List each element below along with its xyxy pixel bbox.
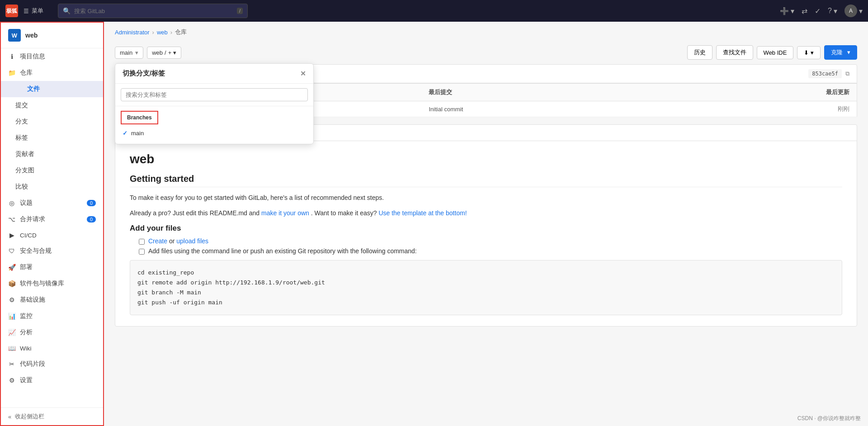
sidebar-item-packages[interactable]: 📦 软件包与镜像库 xyxy=(1,275,103,292)
commit-hash: 853cae5f xyxy=(808,69,842,78)
question-icon: ? xyxy=(828,7,832,15)
analytics-icon: 📈 xyxy=(8,329,15,336)
user-caret: ▾ xyxy=(859,7,863,15)
sidebar-item-commits[interactable]: 提交 xyxy=(1,97,103,114)
breadcrumb-web[interactable]: web xyxy=(157,29,168,36)
global-search[interactable]: 🔍 / xyxy=(58,4,248,18)
sidebar-item-deploy[interactable]: 🚀 部署 xyxy=(1,259,103,275)
readme-para2-mid: . Want to make it easy? xyxy=(311,209,379,217)
copy-hash-button[interactable]: ⧉ xyxy=(845,70,849,77)
topnav: 极狐 ☰ 菜单 🔍 / ➕ ▾ ⇄ ✓ ? ▾ A ▾ xyxy=(0,0,868,22)
sidebar-label-merge-requests: 合并请求 xyxy=(20,215,45,223)
sidebar-item-repository[interactable]: 📁 仓库 xyxy=(1,65,103,81)
menu-button[interactable]: ☰ 菜单 xyxy=(24,7,43,15)
branch-name: main xyxy=(120,49,132,56)
sidebar-item-project-info[interactable]: ℹ 项目信息 xyxy=(1,48,103,65)
sidebar-item-cicd[interactable]: ▶ CI/CD xyxy=(1,227,103,243)
sidebar-item-monitor[interactable]: 📊 监控 xyxy=(1,308,103,324)
settings-icon: ⚙ xyxy=(8,377,15,384)
sidebar-label-packages: 软件包与镜像库 xyxy=(20,279,64,288)
wiki-icon: 📖 xyxy=(8,345,15,352)
packages-icon: 📦 xyxy=(8,280,15,287)
merge-icon: ⌥ xyxy=(8,216,15,223)
sidebar-label-settings: 设置 xyxy=(20,376,33,384)
clone-label: 克隆 xyxy=(831,49,843,56)
sidebar-item-compare[interactable]: 比较 xyxy=(1,179,103,195)
create-button[interactable]: ➕ ▾ xyxy=(780,7,794,15)
project-header[interactable]: W web xyxy=(1,23,103,48)
toolbar-actions: 历史 查找文件 Web IDE ⬇ ▾ 克隆 ▾ xyxy=(687,45,857,60)
sidebar-item-files[interactable]: 文件 xyxy=(1,81,103,97)
download-caret: ▾ xyxy=(811,49,814,56)
clone-button[interactable]: 克隆 ▾ xyxy=(824,45,857,60)
plus-icon: ➕ xyxy=(780,7,789,15)
help-caret: ▾ xyxy=(834,7,837,15)
project-name: web xyxy=(25,32,38,39)
code-block: cd existing_repo git remote add origin h… xyxy=(130,260,842,315)
repo-icon: 📁 xyxy=(8,69,15,76)
sidebar-item-settings[interactable]: ⚙ 设置 xyxy=(1,372,103,388)
sidebar-label-branches: 分支 xyxy=(15,118,28,126)
web-ide-button[interactable]: Web IDE xyxy=(757,46,794,59)
search-input[interactable] xyxy=(74,8,233,14)
sidebar-label-tags: 标签 xyxy=(15,134,28,142)
sidebar-label-repository: 仓库 xyxy=(20,69,33,77)
col-commit: 最后提交 xyxy=(421,84,665,101)
sidebar-item-snippets[interactable]: ✂ 代码片段 xyxy=(1,356,103,372)
find-file-button[interactable]: 查找文件 xyxy=(716,45,753,60)
main-content: Administrator › web › 仓库 main ▾ web / + … xyxy=(104,22,868,426)
sidebar-label-analytics: 分析 xyxy=(20,328,33,336)
readme-para2-link2[interactable]: Use the template at the bottom! xyxy=(378,209,467,217)
user-menu[interactable]: A ▾ xyxy=(844,5,863,17)
logo-icon: 极狐 xyxy=(5,5,18,17)
sidebar-label-contributors: 贡献者 xyxy=(15,150,34,158)
path-caret-icon: ▾ xyxy=(173,49,176,56)
list-checkbox-1[interactable] xyxy=(139,239,145,245)
logo[interactable]: 极狐 xyxy=(5,5,18,17)
clone-caret-icon: ▾ xyxy=(847,49,850,56)
download-button[interactable]: ⬇ ▾ xyxy=(797,46,821,59)
sidebar-item-contributors[interactable]: 贡献者 xyxy=(1,146,103,162)
readme-heading: web xyxy=(130,152,842,166)
breadcrumb-admin[interactable]: Administrator xyxy=(115,29,150,36)
sidebar-item-issues[interactable]: ◎ 议题 0 xyxy=(1,195,103,211)
sidebar-item-graph[interactable]: 分支图 xyxy=(1,162,103,179)
branch-search-input[interactable] xyxy=(121,88,308,101)
upload-link[interactable]: upload files xyxy=(176,237,208,245)
history-button[interactable]: 历史 xyxy=(687,45,712,60)
branch-check-icon: ✓ xyxy=(123,130,127,137)
readme-body: web Getting started To make it easy for … xyxy=(115,141,857,326)
todo-icon[interactable]: ✓ xyxy=(815,7,821,15)
list-checkbox-2[interactable] xyxy=(139,249,145,255)
sidebar-item-branches[interactable]: 分支 xyxy=(1,114,103,130)
branch-item-main[interactable]: ✓ main xyxy=(115,126,313,140)
readme-para2-start: Already a pro? Just edit this README.md … xyxy=(130,209,261,217)
sidebar-item-merge-requests[interactable]: ⌥ 合并请求 0 xyxy=(1,211,103,227)
download-icon: ⬇ xyxy=(804,49,809,56)
issues-icon: ◎ xyxy=(8,199,15,207)
sidebar-label-cicd: CI/CD xyxy=(20,232,37,239)
search-icon: 🔍 xyxy=(63,7,71,14)
file-toolbar: main ▾ web / + ▾ 历史 查找文件 Web IDE ⬇ ▾ xyxy=(104,41,868,64)
watermark: CSDN · @你说咋整就咋整 xyxy=(797,415,861,422)
readme-para2-link1[interactable]: make it your own xyxy=(261,209,309,217)
create-link[interactable]: Create xyxy=(148,237,167,245)
sidebar-item-wiki[interactable]: 📖 Wiki xyxy=(1,341,103,356)
add-path-icon[interactable]: + xyxy=(168,49,172,56)
sidebar-item-infrastructure[interactable]: ⚙ 基础设施 xyxy=(1,292,103,308)
sidebar-collapse[interactable]: « 收起侧边栏 xyxy=(1,407,103,425)
branch-selector[interactable]: main ▾ xyxy=(115,47,143,59)
sidebar-label-files: 文件 xyxy=(27,85,40,93)
merge-requests-icon[interactable]: ⇄ xyxy=(802,7,807,15)
sidebar-label-issues: 议题 xyxy=(20,199,33,207)
readme-list: Create or upload files Add files using t… xyxy=(130,237,842,255)
col-updated: 最后更新 xyxy=(665,84,857,101)
sidebar-item-analytics[interactable]: 📈 分析 xyxy=(1,324,103,341)
info-icon: ℹ xyxy=(8,53,15,60)
branch-search-wrapper[interactable] xyxy=(115,84,313,106)
issues-badge: 0 xyxy=(87,200,96,206)
help-icon[interactable]: ? ▾ xyxy=(828,7,837,15)
sidebar-item-security[interactable]: 🛡 安全与合规 xyxy=(1,243,103,259)
sidebar-item-tags[interactable]: 标签 xyxy=(1,130,103,146)
close-icon[interactable]: ✕ xyxy=(300,70,306,78)
